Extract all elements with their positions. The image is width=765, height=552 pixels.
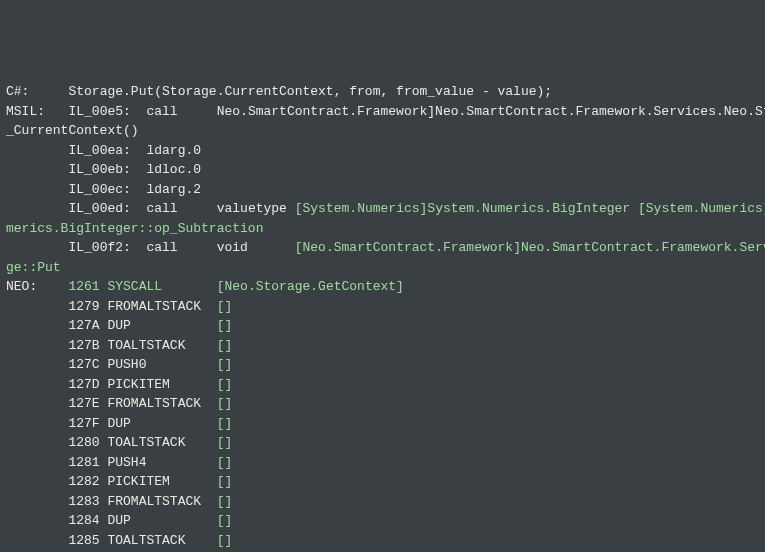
neo-args: [] — [217, 474, 233, 489]
msil-addr: IL_00ed: — [68, 201, 138, 216]
neo-op: FROMALTSTACK — [107, 299, 216, 314]
msil-op: ldloc.0 — [146, 162, 208, 177]
csharp-line: C#: Storage.Put(Storage.CurrentContext, … — [6, 82, 759, 102]
neo-op: FROMALTSTACK — [107, 396, 216, 411]
msil-op: call — [146, 104, 208, 119]
msil-line: IL_00eb: ldloc.0 — [6, 160, 759, 180]
msil-line: IL_00f2: call void [Neo.SmartContract.Fr… — [6, 238, 759, 258]
neo-row: 1283 FROMALTSTACK [] — [6, 492, 759, 512]
msil-op: ldarg.2 — [146, 182, 208, 197]
neo-addr: 1282 — [68, 474, 99, 489]
msil-line: MSIL: IL_00e5: call Neo.SmartContract.Fr… — [6, 102, 759, 122]
neo-op: PICKITEM — [107, 377, 216, 392]
msil-sig: [System.Numerics]System.Numerics.BigInte… — [295, 201, 765, 216]
neo-args: [] — [217, 435, 233, 450]
neo-args: [] — [217, 318, 233, 333]
lang-label: NEO: — [6, 279, 61, 294]
neo-addr: 1281 — [68, 455, 99, 470]
neo-op: DUP — [107, 318, 216, 333]
msil-op: call — [146, 201, 208, 216]
neo-row: 127A DUP [] — [6, 316, 759, 336]
neo-op: PICKITEM — [107, 474, 216, 489]
msil-addr: IL_00ec: — [68, 182, 138, 197]
neo-args: [] — [217, 357, 233, 372]
msil-addr: IL_00f2: — [68, 240, 138, 255]
neo-row: 1280 TOALTSTACK [] — [6, 433, 759, 453]
code-viewer: C#: Storage.Put(Storage.CurrentContext, … — [6, 82, 759, 552]
neo-row: 1284 DUP [] — [6, 511, 759, 531]
neo-addr: 127F — [68, 416, 99, 431]
neo-row: 127C PUSH0 [] — [6, 355, 759, 375]
neo-op: SYSCALL — [107, 279, 216, 294]
neo-row: 127E FROMALTSTACK [] — [6, 394, 759, 414]
neo-args: [] — [217, 416, 233, 431]
lang-label: C#: — [6, 84, 61, 99]
neo-row: NEO: 1261 SYSCALL [Neo.Storage.GetContex… — [6, 277, 759, 297]
neo-row: 1285 TOALTSTACK [] — [6, 531, 759, 551]
msil-cont: _CurrentContext() — [6, 123, 139, 138]
neo-row: 1282 PICKITEM [] — [6, 472, 759, 492]
neo-args: [] — [217, 494, 233, 509]
msil-line: IL_00ea: ldarg.0 — [6, 141, 759, 161]
neo-addr: 1285 — [68, 533, 99, 548]
lang-label: MSIL: — [6, 104, 61, 119]
neo-op: DUP — [107, 416, 216, 431]
msil-line: IL_00ec: ldarg.2 — [6, 180, 759, 200]
neo-op: FROMALTSTACK — [107, 494, 216, 509]
neo-addr: 127A — [68, 318, 99, 333]
neo-op: TOALTSTACK — [107, 533, 216, 548]
neo-addr: 1280 — [68, 435, 99, 450]
neo-args: [] — [217, 455, 233, 470]
neo-row: 127B TOALTSTACK [] — [6, 336, 759, 356]
msil-keyword: void — [217, 240, 287, 255]
neo-row: 127D PICKITEM [] — [6, 375, 759, 395]
neo-row: 1281 PUSH4 [] — [6, 453, 759, 473]
msil-line: ge::Put — [6, 258, 759, 278]
neo-addr: 1261 — [68, 279, 99, 294]
neo-addr: 1283 — [68, 494, 99, 509]
msil-op: ldarg.0 — [146, 143, 208, 158]
neo-op: PUSH0 — [107, 357, 216, 372]
neo-addr: 127D — [68, 377, 99, 392]
neo-args: [] — [217, 377, 233, 392]
neo-addr: 127B — [68, 338, 99, 353]
neo-args: [] — [217, 299, 233, 314]
msil-rest: Neo.SmartContract.Framework]Neo.SmartCon… — [217, 104, 765, 119]
msil-addr: IL_00e5: — [68, 104, 138, 119]
neo-addr: 1279 — [68, 299, 99, 314]
neo-row: 127F DUP [] — [6, 414, 759, 434]
msil-addr: IL_00eb: — [68, 162, 138, 177]
msil-sig: [Neo.SmartContract.Framework]Neo.SmartCo… — [295, 240, 765, 255]
neo-op: TOALTSTACK — [107, 338, 216, 353]
neo-args: [] — [217, 338, 233, 353]
neo-args: [] — [217, 396, 233, 411]
csharp-code: Storage.Put(Storage.CurrentContext, from… — [68, 84, 552, 99]
msil-sig-wrap: merics.BigInteger::op_Subtraction — [6, 221, 263, 236]
neo-addr: 1284 — [68, 513, 99, 528]
neo-op: PUSH4 — [107, 455, 216, 470]
msil-addr: IL_00ea: — [68, 143, 138, 158]
neo-addr: 127E — [68, 396, 99, 411]
neo-args: [Neo.Storage.GetContext] — [217, 279, 404, 294]
neo-row: 1279 FROMALTSTACK [] — [6, 297, 759, 317]
msil-line: IL_00ed: call valuetype [System.Numerics… — [6, 199, 759, 219]
neo-op: TOALTSTACK — [107, 435, 216, 450]
msil-sig-wrap: ge::Put — [6, 260, 61, 275]
neo-addr: 127C — [68, 357, 99, 372]
neo-args: [] — [217, 513, 233, 528]
msil-keyword: valuetype — [217, 201, 287, 216]
msil-line: merics.BigInteger::op_Subtraction — [6, 219, 759, 239]
neo-args: [] — [217, 533, 233, 548]
neo-op: DUP — [107, 513, 216, 528]
msil-op: call — [146, 240, 208, 255]
msil-line: _CurrentContext() — [6, 121, 759, 141]
